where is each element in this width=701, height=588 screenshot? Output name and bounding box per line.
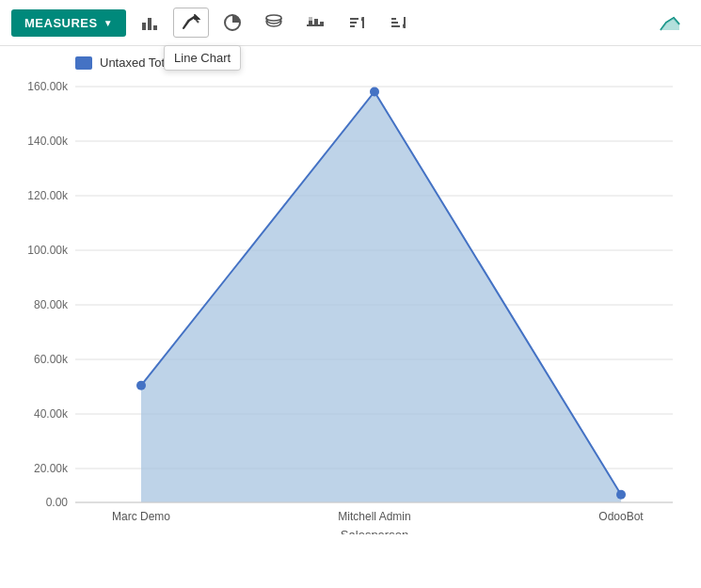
svg-rect-0 (142, 23, 146, 30)
svg-text:160.00k: 160.00k (27, 80, 69, 93)
chart-svg: 160.00k 140.00k 120.00k 100.00k 80.00k 6… (19, 73, 682, 534)
svg-rect-5 (307, 24, 324, 26)
svg-text:80.00k: 80.00k (34, 298, 69, 311)
data-point-marc (136, 381, 146, 390)
svg-text:Marc Demo: Marc Demo (112, 510, 170, 523)
toolbar: MEASURES ▼ Line Chart (0, 0, 701, 46)
svg-rect-8 (314, 19, 318, 24)
svg-text:Mitchell Admin: Mitchell Admin (338, 510, 410, 523)
chart-container: Untaxed Total 160.00k 140.00k 120.00k 10… (0, 46, 701, 544)
bar-chart-button[interactable] (132, 8, 167, 38)
line-chart-icon (182, 13, 200, 32)
chart-area-fill (141, 92, 621, 503)
svg-text:60.00k: 60.00k (34, 353, 69, 366)
svg-text:Salesperson: Salesperson (341, 528, 408, 534)
svg-text:OdooBot: OdooBot (598, 510, 644, 523)
sort-asc-button[interactable] (339, 8, 374, 38)
area-chart-icon (659, 13, 681, 32)
measures-label: MEASURES (24, 16, 98, 30)
svg-rect-2 (153, 25, 157, 30)
stack-icon (264, 13, 283, 32)
svg-text:140.00k: 140.00k (27, 135, 69, 148)
svg-point-4 (266, 15, 281, 21)
measures-button[interactable]: MEASURES ▼ (11, 9, 126, 37)
svg-text:0.00: 0.00 (46, 496, 69, 509)
line-chart-tooltip-wrapper: Line Chart (173, 8, 209, 38)
svg-rect-9 (320, 22, 324, 24)
svg-rect-1 (148, 18, 151, 30)
line-chart-tooltip: Line Chart (164, 45, 241, 71)
sort-desc-icon (389, 13, 407, 32)
svg-text:20.00k: 20.00k (34, 462, 69, 475)
svg-rect-6 (309, 21, 312, 24)
bar-chart-2-icon (306, 13, 325, 32)
pie-chart-button[interactable] (215, 8, 250, 38)
toolbar-right (650, 8, 690, 38)
svg-text:40.00k: 40.00k (34, 407, 69, 421)
svg-rect-7 (309, 17, 312, 21)
chevron-down-icon: ▼ (104, 18, 113, 28)
bar-chart-icon (140, 13, 159, 32)
legend-color-swatch (75, 56, 92, 70)
sort-desc-button[interactable] (380, 8, 416, 38)
area-chart-button[interactable] (650, 8, 690, 38)
line-chart-button[interactable] (173, 8, 209, 38)
tooltip-text: Line Chart (174, 51, 231, 65)
svg-text:120.00k: 120.00k (27, 189, 69, 202)
data-point-odoobot (616, 490, 626, 500)
bar-chart-2-button[interactable] (297, 8, 333, 38)
svg-text:100.00k: 100.00k (27, 244, 69, 257)
sort-asc-icon (347, 13, 366, 32)
data-point-mitchell (370, 87, 379, 97)
pie-chart-icon (223, 13, 242, 32)
stack-chart-button[interactable] (256, 8, 292, 38)
